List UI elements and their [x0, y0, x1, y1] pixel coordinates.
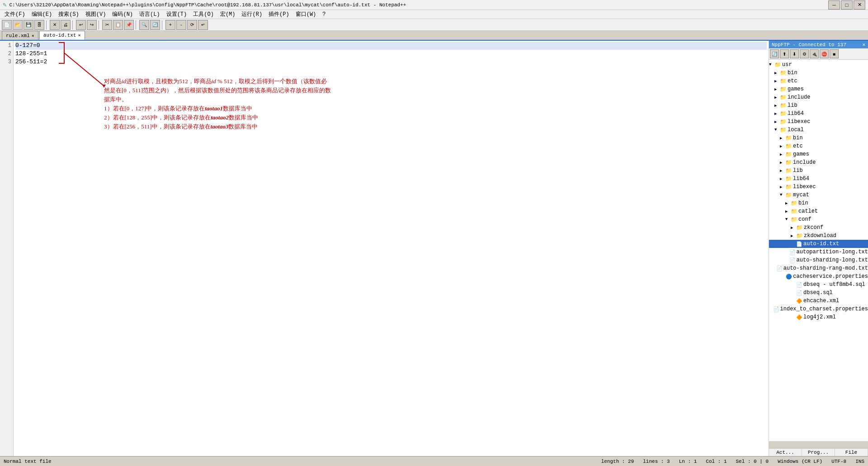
- code-line-2: 128-255=1: [15, 50, 767, 58]
- nppftp-upload-button[interactable]: ⬆: [780, 49, 789, 58]
- zoom-in-button[interactable]: +: [165, 20, 175, 30]
- nppftp-tab-progress[interactable]: Prog...: [802, 449, 835, 456]
- undo-button[interactable]: ↩: [76, 20, 86, 30]
- editor-area[interactable]: 1 2 3 0-127=0 128-255=1 256-511=2: [0, 41, 769, 456]
- tree-item-local-lib64[interactable]: ▶ 📁 lib64: [769, 175, 868, 183]
- folder-icon-local-lib: 📁: [785, 167, 792, 174]
- file-icon-index-charset: 📄: [773, 306, 779, 312]
- nppftp-abort-button[interactable]: ■: [830, 49, 839, 58]
- tree-label-local: local: [788, 127, 804, 133]
- tree-item-conf[interactable]: ▼ 📁 conf: [769, 215, 868, 223]
- close-button[interactable]: ✕: [50, 20, 60, 30]
- tree-arrow-local-etc: ▶: [780, 144, 785, 149]
- nppftp-download-button[interactable]: ⬇: [790, 49, 799, 58]
- tree-item-catlet[interactable]: ▶ 📁 catlet: [769, 207, 868, 215]
- tree-item-local-games[interactable]: ▶ 📁 games: [769, 150, 868, 158]
- nppftp-tab-activity[interactable]: Act...: [769, 449, 802, 456]
- folder-icon-libexec-1: 📁: [780, 119, 787, 125]
- tree-item-cacheservice[interactable]: 🔵 cacheservice.properties: [769, 272, 868, 281]
- tree-item-bin-1[interactable]: ▶ 📁 bin: [769, 69, 868, 77]
- tree-item-lib64-1[interactable]: ▶ 📁 lib64: [769, 109, 868, 118]
- tree-item-auto-sharding-rang-mod[interactable]: 📄 auto-sharding-rang-mod.txt: [769, 264, 868, 272]
- tree-item-auto-id-txt[interactable]: 📄 auto-id.txt: [769, 240, 868, 248]
- open-file-button[interactable]: 📂: [13, 20, 23, 30]
- tree-arrow-lib-1: ▶: [774, 103, 780, 108]
- menu-encoding[interactable]: 编码(N): [109, 10, 136, 19]
- menu-tools[interactable]: 工具(O): [190, 10, 217, 19]
- find-button[interactable]: 🔍: [139, 20, 149, 30]
- paste-button[interactable]: 📌: [124, 20, 134, 30]
- tree-item-mycat[interactable]: ▼ 📁 mycat: [769, 191, 868, 199]
- nppftp-hscrollbar[interactable]: [769, 441, 868, 448]
- tree-item-ehcache-xml[interactable]: 🔶 ehcache.xml: [769, 297, 868, 305]
- menu-file[interactable]: 文件(F): [2, 10, 28, 19]
- tab-rule-xml[interactable]: rule.xml ✕: [2, 31, 38, 40]
- tree-item-libexec-1[interactable]: ▶ 📁 libexec: [769, 118, 868, 126]
- nppftp-close-icon[interactable]: ✕: [862, 42, 865, 48]
- annotation-intro-1: 对商品id进行取模，且模数为512，即商品id % 512，取模之后得到一个数值…: [104, 77, 331, 86]
- menu-view[interactable]: 视图(V): [83, 10, 109, 19]
- tree-arrow-mycat-bin: ▶: [785, 201, 791, 206]
- toolbar-sep-3: [99, 20, 100, 29]
- tab-rule-xml-close[interactable]: ✕: [32, 33, 34, 38]
- menu-settings[interactable]: 设置(T): [164, 10, 190, 19]
- tree-item-zkconf[interactable]: ▶ 📁 zkconf: [769, 223, 868, 232]
- save-file-button[interactable]: 💾: [24, 20, 33, 30]
- close-button[interactable]: ✕: [854, 0, 865, 10]
- nppftp-refresh-button[interactable]: 🔄: [770, 49, 779, 58]
- menu-window[interactable]: 窗口(W): [293, 10, 319, 19]
- tab-auto-id-txt-close[interactable]: ✕: [78, 33, 80, 38]
- zoom-out-button[interactable]: -: [176, 20, 186, 30]
- redo-button[interactable]: ↪: [87, 20, 97, 30]
- folder-icon-local-libexec: 📁: [785, 184, 792, 190]
- nppftp-connect-button[interactable]: 🔌: [810, 49, 819, 58]
- tree-item-usr[interactable]: ▼ 📁 usr: [769, 61, 868, 69]
- folder-icon-catlet: 📁: [791, 208, 797, 215]
- menu-search[interactable]: 搜索(S): [56, 10, 82, 19]
- tree-item-local-bin[interactable]: ▶ 📁 bin: [769, 134, 868, 142]
- maximize-button[interactable]: □: [841, 0, 853, 10]
- tree-item-games-1[interactable]: ▶ 📁 games: [769, 85, 868, 93]
- tree-item-local[interactable]: ▼ 📁 local: [769, 126, 868, 134]
- menu-language[interactable]: 语言(L): [137, 10, 163, 19]
- folder-icon-zkdownload: 📁: [796, 233, 803, 239]
- editor-content[interactable]: 0-127=0 128-255=1 256-511=2 对商品id进行取模，且模…: [14, 41, 769, 456]
- tree-item-zkdownload[interactable]: ▶ 📁 zkdownload: [769, 232, 868, 240]
- tree-item-etc-1[interactable]: ▶ 📁 etc: [769, 77, 868, 85]
- menu-plugins[interactable]: 插件(P): [266, 10, 292, 19]
- tree-item-auto-sharding-long[interactable]: 📄 auto-sharding-long.txt: [769, 256, 868, 264]
- status-ln: Ln : 1: [679, 459, 697, 464]
- sync-button[interactable]: ⟳: [187, 20, 197, 30]
- copy-button[interactable]: 📋: [113, 20, 123, 30]
- tree-label-lib64-1: lib64: [788, 110, 804, 117]
- nppftp-settings-button[interactable]: ⚙: [800, 49, 809, 58]
- menu-run[interactable]: 运行(R): [239, 10, 265, 19]
- tree-item-mycat-bin[interactable]: ▶ 📁 bin: [769, 199, 868, 207]
- minimize-button[interactable]: ─: [828, 0, 840, 10]
- save-all-button[interactable]: 🗄: [34, 20, 44, 30]
- tree-item-include-1[interactable]: ▶ 📁 include: [769, 93, 868, 101]
- tree-item-local-libexec[interactable]: ▶ 📁 libexec: [769, 183, 868, 191]
- menu-edit[interactable]: 编辑(E): [29, 10, 55, 19]
- tree-item-local-lib[interactable]: ▶ 📁 lib: [769, 166, 868, 175]
- tree-item-local-etc[interactable]: ▶ 📁 etc: [769, 142, 868, 150]
- wrap-button[interactable]: ↵: [198, 20, 208, 30]
- tree-item-index-charset[interactable]: 📄 index_to_charset.properties: [769, 305, 868, 313]
- file-icon-log4j2-xml: 🔶: [796, 314, 802, 320]
- nppftp-tree[interactable]: ▼ 📁 usr ▶ 📁 bin ▶ 📁 etc ▶ �: [769, 60, 868, 441]
- print-button[interactable]: 🖨: [61, 20, 71, 30]
- tree-item-log4j2-xml[interactable]: 🔶 log4j2.xml: [769, 313, 868, 321]
- cut-button[interactable]: ✂: [102, 20, 112, 30]
- menu-help[interactable]: ?: [320, 11, 328, 18]
- new-file-button[interactable]: 📄: [2, 20, 12, 30]
- tree-item-dbseq-sql[interactable]: 📄 dbseq.sql: [769, 289, 868, 297]
- tree-item-autopartition-long[interactable]: 📄 autopartition-long.txt: [769, 248, 868, 256]
- nppftp-disconnect-button[interactable]: ⛔: [820, 49, 829, 58]
- tree-item-dbseq-utf8mb4[interactable]: 📄 dbseq - utf8mb4.sql: [769, 281, 868, 289]
- find-replace-button[interactable]: 🔄: [150, 20, 160, 30]
- tree-item-local-include[interactable]: ▶ 📁 include: [769, 158, 868, 166]
- tree-item-lib-1[interactable]: ▶ 📁 lib: [769, 101, 868, 109]
- tab-auto-id-txt[interactable]: auto-id.txt ✕: [39, 31, 85, 40]
- menu-macro[interactable]: 宏(M): [217, 10, 238, 19]
- nppftp-tab-file[interactable]: File: [835, 449, 868, 456]
